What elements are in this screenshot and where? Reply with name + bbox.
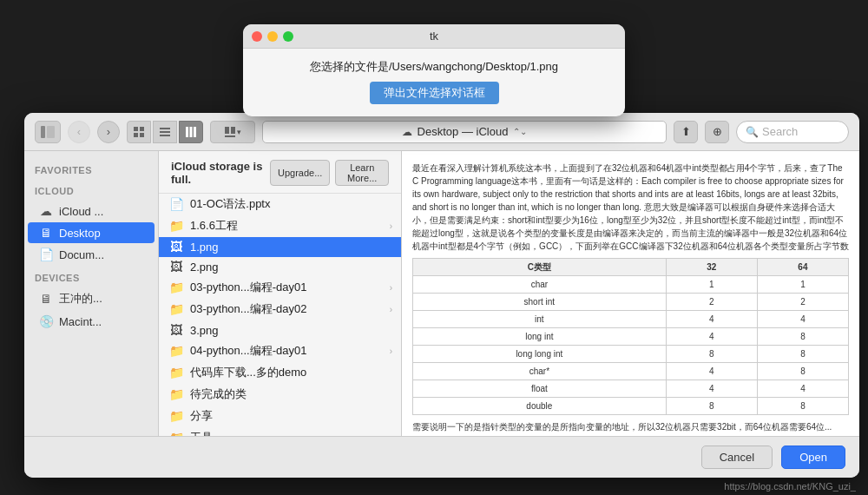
image-icon: 🖼: [168, 323, 185, 337]
sidebar-item-icloud-label: iCloud ...: [59, 205, 103, 218]
table-cell: char: [413, 276, 667, 294]
share-button[interactable]: ⬆: [674, 121, 698, 143]
learn-more-button[interactable]: Learn More...: [335, 160, 389, 186]
sidebar-item-device1[interactable]: 🖥 王冲的...: [28, 287, 155, 310]
svg-rect-1: [47, 126, 55, 138]
table-cell: 8: [757, 363, 848, 380]
svg-rect-7: [160, 131, 170, 133]
svg-rect-0: [41, 126, 45, 138]
table-cell: 4: [666, 363, 757, 380]
devices-section-label: Devices: [24, 266, 158, 287]
preview-paragraph-2: 需要说明一下的是指针类型的变量的是所指向变量的地址，所以32位机器只需要32bi…: [412, 420, 849, 433]
list-view-button[interactable]: [153, 121, 177, 143]
favorites-section-label: Favorites: [24, 158, 158, 179]
sidebar-item-device2-label: Macint...: [59, 315, 102, 328]
cancel-button[interactable]: Cancel: [701, 446, 773, 469]
sidebar-item-icloud[interactable]: ☁ iCloud ...: [28, 201, 155, 221]
view-buttons: [127, 121, 203, 143]
file-item[interactable]: 📁 1.6.6工程 ›: [159, 215, 401, 237]
open-button[interactable]: Open: [781, 446, 845, 469]
location-chevron-icon: ⌃⌄: [513, 127, 527, 136]
sidebar-toggle-button[interactable]: [35, 121, 61, 143]
desktop-icon: 🖥: [38, 226, 54, 240]
file-item[interactable]: 📁 分享: [159, 406, 401, 427]
svg-rect-9: [186, 127, 188, 137]
file-item[interactable]: 📁 代码库下载...多的demo: [159, 362, 401, 384]
table-header-32: 32: [666, 259, 757, 276]
preview-text: 最近在看深入理解计算机系统这本书，上面提到了在32位机器和64机器中int类型都…: [412, 162, 849, 433]
svg-rect-2: [134, 127, 138, 131]
icloud-section-label: iCloud: [24, 179, 158, 200]
table-cell: char*: [413, 363, 667, 380]
upgrade-button[interactable]: Upgrade...: [270, 160, 330, 186]
file-name: 分享: [190, 408, 392, 424]
svg-rect-4: [134, 133, 138, 137]
icon-view-button[interactable]: [127, 121, 151, 143]
file-dialog: ‹ › ▾ ☁ Desktop — iCloud ⌃⌄ ⬆ ⊕ 🔍 Se: [24, 113, 859, 478]
gallery-view-button[interactable]: ▾: [210, 121, 255, 143]
disk-icon: 💿: [38, 314, 54, 328]
file-name: 01-OC语法.pptx: [190, 196, 392, 212]
folder-icon: 📁: [168, 280, 185, 294]
notification-path: 您选择的文件是/Users/wangchong/Desktop/1.png: [310, 59, 558, 75]
notification-window: tk 您选择的文件是/Users/wangchong/Desktop/1.png…: [243, 24, 625, 116]
file-name: 03-python...编程-day01: [190, 280, 390, 295]
column-view-button[interactable]: [179, 121, 203, 143]
table-cell: 4: [666, 311, 757, 328]
back-button[interactable]: ‹: [68, 121, 90, 143]
action-button[interactable]: ⊕: [705, 121, 729, 143]
chevron-right-icon: ›: [390, 346, 392, 356]
file-item[interactable]: 🖼 2.png: [159, 257, 401, 277]
table-header-type: C类型: [413, 259, 667, 276]
table-cell: 1: [666, 276, 757, 294]
sidebar-item-device1-label: 王冲的...: [59, 291, 102, 307]
svg-rect-12: [225, 127, 229, 134]
preview-area: 最近在看深入理解计算机系统这本书，上面提到了在32位机器和64机器中int类型都…: [402, 151, 859, 436]
file-name: 1.6.6工程: [190, 218, 390, 234]
location-cloud-icon: ☁: [402, 126, 412, 138]
dialog-content: Favorites iCloud ☁ iCloud ... 🖥 Desktop …: [24, 151, 859, 436]
file-item[interactable]: 🖼 3.png: [159, 320, 401, 340]
file-name: 3.png: [190, 324, 392, 337]
folder-icon: 📁: [168, 344, 185, 358]
chevron-right-icon: ›: [390, 305, 392, 314]
table-cell: 4: [666, 380, 757, 398]
table-cell: 8: [666, 346, 757, 363]
sidebar: Favorites iCloud ☁ iCloud ... 🖥 Desktop …: [24, 151, 159, 436]
icloud-notice-buttons: Upgrade... Learn More...: [270, 160, 389, 186]
file-name: 1.png: [190, 241, 392, 254]
file-item[interactable]: 📁 03-python...编程-day01 ›: [159, 277, 401, 299]
svg-rect-3: [140, 127, 144, 131]
forward-button[interactable]: ›: [97, 121, 120, 143]
location-text: Desktop — iCloud: [418, 125, 509, 138]
icloud-icon: ☁: [38, 204, 54, 218]
notification-label: 弹出文件选择对话框: [370, 82, 499, 104]
file-item[interactable]: 📄 01-OC语法.pptx: [159, 194, 401, 215]
table-cell: 4: [757, 311, 848, 328]
image-icon: 🖼: [168, 240, 185, 254]
file-item[interactable]: 📁 04-python...编程-day01 ›: [159, 340, 401, 362]
svg-rect-11: [194, 127, 196, 137]
table-cell: long long int: [413, 346, 667, 363]
sidebar-item-desktop-label: Desktop: [59, 227, 101, 240]
sidebar-item-device2[interactable]: 💿 Macint...: [28, 311, 155, 332]
svg-rect-8: [160, 135, 170, 136]
folder-icon: 📁: [168, 366, 185, 380]
table-cell: long int: [413, 328, 667, 346]
table-cell: float: [413, 380, 667, 398]
table-cell: 8: [757, 346, 848, 363]
table-cell: double: [413, 398, 667, 415]
search-box[interactable]: 🔍 Search: [736, 121, 849, 143]
location-bar[interactable]: ☁ Desktop — iCloud ⌃⌄: [262, 121, 667, 143]
search-placeholder: Search: [762, 125, 798, 138]
documents-icon: 📄: [38, 248, 54, 261]
file-item[interactable]: 📁 工具: [159, 427, 401, 436]
chevron-right-icon: ›: [390, 283, 392, 293]
file-item[interactable]: 📁 待完成的类: [159, 384, 401, 406]
file-item-selected[interactable]: 🖼 1.png: [159, 237, 401, 257]
table-cell: 4: [757, 380, 848, 398]
sidebar-item-desktop[interactable]: 🖥 Desktop: [28, 222, 155, 243]
file-item[interactable]: 📁 03-python...编程-day02 ›: [159, 299, 401, 320]
sidebar-item-documents[interactable]: 📄 Docum...: [28, 244, 155, 265]
file-name: 2.png: [190, 261, 392, 274]
